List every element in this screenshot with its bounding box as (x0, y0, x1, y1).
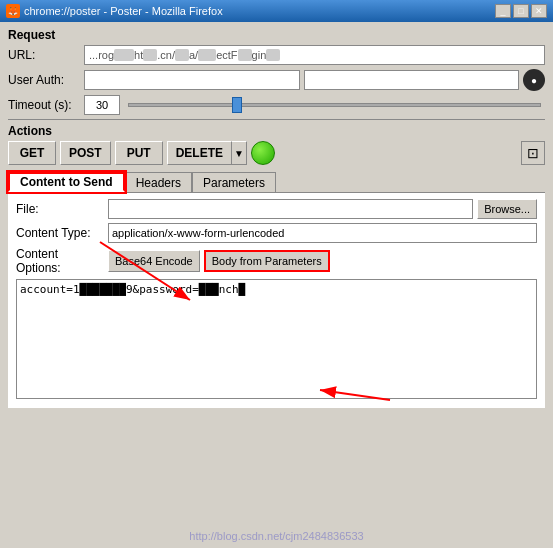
body-from-parameters-button[interactable]: Body from Parameters (204, 250, 330, 272)
file-input[interactable] (108, 199, 473, 219)
body-textarea[interactable]: account=1███████9&password=███nch█ (16, 279, 537, 399)
tab-content-area: File: Browse... Content Type: Content Op… (8, 192, 545, 408)
tab-parameters[interactable]: Parameters (192, 172, 276, 192)
body-container: account=1███████9&password=███nch█ (16, 279, 537, 402)
actions-row: GET POST PUT DELETE ▼ ⊡ (8, 141, 545, 165)
actions-section-label: Actions (8, 124, 545, 138)
user-auth-row: User Auth: ● (8, 69, 545, 91)
timeout-slider-thumb[interactable] (232, 97, 242, 113)
content-type-input[interactable] (108, 223, 537, 243)
delete-button[interactable]: DELETE (167, 141, 231, 165)
url-label: URL: (8, 48, 80, 62)
settings-icon[interactable]: ⊡ (521, 141, 545, 165)
post-button[interactable]: POST (60, 141, 111, 165)
url-row: URL: ...rog ht .cn/ a/ ectF gin (8, 45, 545, 65)
go-button[interactable] (251, 141, 275, 165)
tab-headers[interactable]: Headers (125, 172, 192, 192)
tabs-header: Content to Send Headers Parameters (8, 170, 545, 192)
main-content: Request URL: ...rog ht .cn/ a/ ectF gin … (0, 22, 553, 414)
slider-container (124, 103, 545, 107)
tab-content-to-send[interactable]: Content to Send (8, 172, 125, 192)
timeout-label: Timeout (s): (8, 98, 80, 112)
tabs-container: Content to Send Headers Parameters File:… (8, 170, 545, 408)
timeout-row: Timeout (s): (8, 95, 545, 115)
title-bar-left: 🦊 chrome://poster - Poster - Mozilla Fir… (6, 4, 223, 18)
content-type-label: Content Type: (16, 226, 104, 240)
put-button[interactable]: PUT (115, 141, 163, 165)
user-auth-inputs (84, 70, 519, 90)
delete-dropdown[interactable]: ▼ (231, 141, 247, 165)
window: 🦊 chrome://poster - Poster - Mozilla Fir… (0, 0, 553, 414)
minimize-button[interactable]: _ (495, 4, 511, 18)
user-auth-label: User Auth: (8, 73, 80, 87)
browse-button[interactable]: Browse... (477, 199, 537, 219)
window-controls[interactable]: _ □ ✕ (495, 4, 547, 18)
timeout-input[interactable] (84, 95, 120, 115)
divider-1 (8, 119, 545, 120)
watermark: http://blog.csdn.net/cjm2484836533 (189, 530, 363, 542)
title-bar: 🦊 chrome://poster - Poster - Mozilla Fir… (0, 0, 553, 22)
file-label: File: (16, 202, 104, 216)
maximize-button[interactable]: □ (513, 4, 529, 18)
content-options-row: Content Options: Base64 Encode Body from… (16, 247, 537, 275)
content-type-row: Content Type: (16, 223, 537, 243)
content-options-label: Content Options: (16, 247, 104, 275)
file-row: File: Browse... (16, 199, 537, 219)
close-button[interactable]: ✕ (531, 4, 547, 18)
timeout-slider-track (128, 103, 541, 107)
base64-encode-button[interactable]: Base64 Encode (108, 250, 200, 272)
password-input[interactable] (304, 70, 520, 90)
get-button[interactable]: GET (8, 141, 56, 165)
request-section-label: Request (8, 28, 545, 42)
window-title: chrome://poster - Poster - Mozilla Firef… (24, 5, 223, 17)
firefox-icon: 🦊 (6, 4, 20, 18)
delete-group: DELETE ▼ (167, 141, 247, 165)
username-input[interactable] (84, 70, 300, 90)
url-input[interactable]: ...rog ht .cn/ a/ ectF gin (84, 45, 545, 65)
auth-icon[interactable]: ● (523, 69, 545, 91)
